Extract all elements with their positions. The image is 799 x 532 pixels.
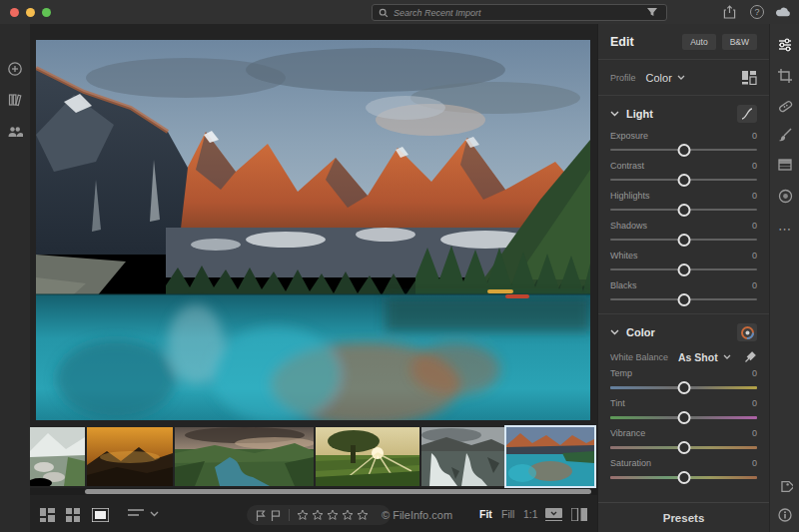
slider-track[interactable] [610, 232, 757, 248]
color-section-header[interactable]: Color [598, 314, 769, 346]
star-rating-icon-4[interactable] [342, 509, 354, 521]
auto-button[interactable]: Auto [682, 34, 716, 50]
linear-gradient-icon[interactable] [777, 157, 793, 173]
filmstrip-scrollbar[interactable] [30, 488, 597, 495]
rating-pill [247, 505, 391, 525]
filmstrip-thumbnail-golden-sunset[interactable] [87, 427, 173, 486]
slider-track[interactable] [610, 291, 757, 307]
slider-value: 0 [752, 458, 757, 468]
slider-track[interactable] [610, 172, 757, 188]
minimize-window-button[interactable] [26, 8, 35, 17]
slider-value: 0 [752, 251, 757, 261]
slider-knob[interactable] [677, 264, 690, 276]
slider-knob[interactable] [677, 411, 690, 424]
main-content: © FileInfo.com Fit Fill 1:1 [30, 24, 597, 532]
close-window-button[interactable] [10, 8, 19, 17]
filmstrip-scrollbar-thumb[interactable] [85, 489, 591, 494]
edit-panel: Edit Auto B&W Profile Color Light Expo [597, 24, 769, 532]
albums-icon[interactable] [7, 92, 23, 108]
lightroom-window: Search Recent Import ? [0, 0, 799, 532]
slider-knob[interactable] [677, 144, 690, 157]
brush-icon[interactable] [777, 127, 793, 143]
more-icon[interactable]: ⋯ [777, 222, 793, 238]
filmstrip-thumbnail-moraine-lake[interactable] [506, 427, 594, 486]
filmstrip-thumbnail-snowy-trail[interactable] [30, 427, 85, 486]
sort-icon[interactable] [128, 508, 144, 524]
star-rating-icon-5[interactable] [357, 509, 369, 521]
bw-button[interactable]: B&W [722, 34, 757, 50]
slider-label: Blacks [610, 280, 637, 290]
radial-gradient-icon[interactable] [777, 188, 793, 204]
white-balance-row: White Balance As Shot [598, 346, 769, 365]
profile-value-dropdown[interactable]: Color [646, 72, 685, 84]
filmstrip-thumbnail-tree-sunburst[interactable] [316, 427, 419, 486]
shared-albums-icon[interactable] [7, 124, 23, 140]
slider-value: 0 [752, 428, 757, 438]
slider-value: 0 [752, 398, 757, 408]
sync-cloud-icon[interactable] [775, 4, 791, 20]
slider-knob[interactable] [677, 204, 690, 217]
star-rating-icon-2[interactable] [312, 509, 324, 521]
grid-view-icon[interactable] [66, 508, 82, 524]
slider-track[interactable] [610, 409, 757, 425]
search-input[interactable]: Search Recent Import [372, 4, 667, 21]
filmstrip-thumbnail-waterfall[interactable] [421, 427, 504, 486]
reject-flag-icon[interactable] [270, 509, 282, 522]
slider-whites: Whites0 [598, 248, 769, 277]
slider-track[interactable] [610, 379, 757, 395]
crop-icon[interactable] [777, 68, 793, 84]
info-icon[interactable] [777, 507, 793, 523]
pick-flag-icon[interactable] [255, 509, 267, 522]
slider-track[interactable] [610, 469, 757, 485]
edit-panel-title: Edit [610, 35, 676, 49]
zoom-fill-button[interactable]: Fill [501, 508, 514, 520]
before-after-icon[interactable] [571, 508, 587, 524]
chevron-down-icon [610, 111, 619, 117]
filmstrip-thumbnail-river-valley[interactable] [175, 427, 314, 486]
chevron-down-icon [677, 75, 685, 80]
slider-track[interactable] [610, 439, 757, 455]
pill-divider [289, 509, 290, 521]
add-photos-icon[interactable] [7, 61, 23, 77]
slider-tint: Tint0 [598, 395, 769, 425]
profile-browse-icon[interactable] [741, 70, 757, 85]
color-wheel-icon [741, 326, 754, 339]
keyword-tag-icon[interactable] [777, 478, 793, 494]
photo-canvas[interactable] [36, 40, 590, 420]
slider-track[interactable] [610, 202, 757, 218]
white-balance-dropdown[interactable]: As Shot [678, 351, 731, 363]
edit-sliders-icon[interactable] [777, 37, 793, 53]
mixed-grid-view-icon[interactable] [40, 508, 56, 524]
slider-knob[interactable] [677, 441, 690, 454]
presets-button[interactable]: Presets [598, 502, 769, 532]
single-photo-view-icon[interactable] [92, 508, 108, 524]
slider-knob[interactable] [677, 381, 690, 394]
healing-brush-icon[interactable] [777, 98, 793, 114]
slider-track[interactable] [610, 142, 757, 158]
light-section-header[interactable]: Light [598, 96, 769, 128]
help-icon[interactable]: ? [749, 4, 765, 20]
slider-track[interactable] [610, 262, 757, 277]
share-icon[interactable] [721, 4, 737, 20]
tone-curve-button[interactable] [737, 105, 757, 123]
zoom-fit-button[interactable]: Fit [479, 508, 492, 520]
color-section-title: Color [626, 326, 730, 338]
slider-label: Shadows [610, 221, 647, 231]
slider-knob[interactable] [677, 234, 690, 247]
star-rating-icon-1[interactable] [297, 509, 309, 521]
slider-knob[interactable] [677, 293, 690, 306]
color-mixer-button[interactable] [737, 323, 757, 341]
slider-knob[interactable] [677, 174, 690, 187]
filter-icon[interactable] [644, 4, 660, 20]
star-rating-icon-3[interactable] [327, 509, 339, 521]
tool-rail: ⋯ [769, 24, 799, 532]
slider-knob[interactable] [677, 471, 690, 484]
eyedropper-icon[interactable] [744, 350, 757, 363]
sort-chevron-icon[interactable] [150, 511, 166, 527]
zoom-one-to-one-button[interactable]: 1:1 [523, 508, 538, 520]
zoom-window-button[interactable] [42, 8, 51, 17]
profile-row: Profile Color [598, 60, 769, 95]
slider-exposure: Exposure0 [598, 128, 769, 158]
titlebar: Search Recent Import ? [0, 0, 799, 25]
show-filmstrip-icon[interactable] [545, 508, 561, 524]
